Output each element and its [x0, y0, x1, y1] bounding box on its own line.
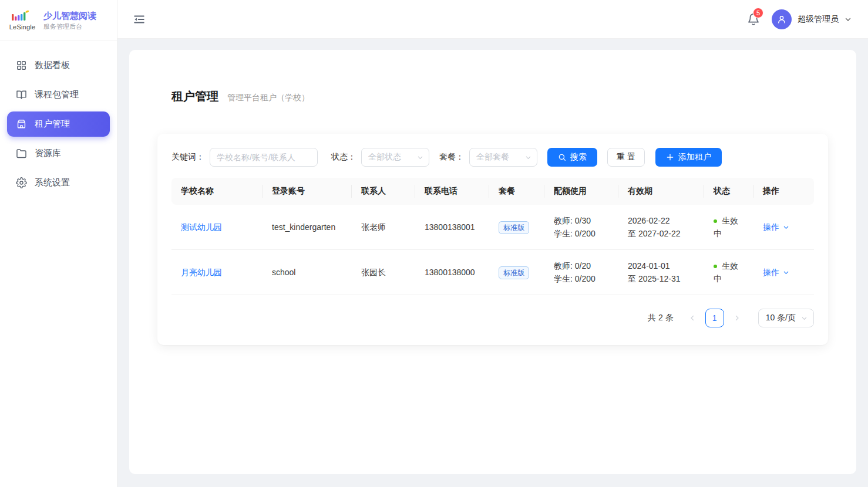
sidebar-item-label: 资源库 [35, 148, 61, 159]
status-cell: 生效中 [704, 250, 753, 295]
brand-area: LeSingle 少儿智慧阅读 服务管理后台 [0, 0, 117, 41]
quota-cell: 教师: 0/30 学生: 0/200 [544, 205, 618, 250]
row-actions-dropdown[interactable]: 操作 [763, 221, 789, 234]
status-cell: 生效中 [704, 205, 753, 250]
col-actions: 操作 [753, 178, 814, 205]
reset-button-label: 重 置 [617, 152, 635, 163]
chevron-right-icon [734, 314, 741, 322]
col-quota: 配额使用 [544, 178, 618, 205]
user-menu[interactable]: 超级管理员 [772, 9, 852, 29]
page-subtitle: 管理平台租户（学校） [227, 93, 309, 103]
contact-name: 张老师 [352, 205, 415, 250]
brand-title: 少儿智慧阅读 [43, 10, 96, 21]
keyword-label: 关键词： [171, 152, 204, 163]
topbar-right: 5 超级管理员 [747, 9, 852, 29]
plan-badge: 标准版 [499, 266, 529, 279]
page-size-value: 10 条/页 [766, 313, 796, 323]
sidebar-item-label: 系统设置 [35, 177, 70, 188]
login-account: test_kindergarten [263, 205, 352, 250]
sidebar-item-label: 课程包管理 [35, 89, 79, 100]
status-label: 状态： [331, 152, 356, 163]
chevron-down-icon [525, 154, 531, 161]
topbar: 5 超级管理员 [117, 0, 868, 39]
valid-from: 2024-01-01 [628, 259, 695, 272]
pagination-page-1[interactable]: 1 [705, 309, 724, 327]
dashboard-icon [16, 60, 27, 71]
chevron-left-icon [689, 314, 696, 322]
valid-to: 至 2025-12-31 [628, 272, 695, 285]
logo-wordmark: LeSingle [7, 23, 38, 31]
user-name: 超级管理员 [798, 14, 839, 25]
plus-icon [666, 153, 674, 161]
table-header-row: 学校名称 登录账号 联系人 联系电话 套餐 配额使用 有效期 状态 操作 [171, 178, 814, 205]
sidebar-item-dashboard[interactable]: 数据看板 [7, 53, 110, 78]
notifications-button[interactable]: 5 [747, 13, 760, 26]
sidebar-item-settings[interactable]: 系统设置 [7, 170, 110, 195]
chevron-down-icon [845, 16, 852, 23]
filter-bar: 关键词： 状态： 全部状态 套餐： 全部套餐 搜索 [171, 148, 814, 167]
col-plan: 套餐 [489, 178, 544, 205]
quota-cell: 教师: 0/20 学生: 0/200 [544, 250, 618, 295]
gear-icon [16, 177, 27, 188]
page-header: 租户管理 管理平台租户（学校） [129, 50, 856, 104]
status-select-value: 全部状态 [368, 152, 401, 163]
school-name-link[interactable]: 测试幼儿园 [181, 222, 222, 232]
pagination-prev-button[interactable] [684, 310, 701, 326]
plan-label: 套餐： [439, 152, 464, 163]
col-status: 状态 [704, 178, 753, 205]
lesingle-logo: LeSingle [7, 10, 38, 31]
validity-cell: 2024-01-01 至 2025-12-31 [618, 250, 704, 295]
validity-cell: 2026-02-22 至 2027-02-22 [618, 205, 704, 250]
page-size-select[interactable]: 10 条/页 [758, 309, 814, 327]
reset-button[interactable]: 重 置 [607, 148, 645, 167]
row-actions-dropdown[interactable]: 操作 [763, 266, 789, 279]
valid-to: 至 2027-02-22 [628, 227, 695, 240]
contact-phone: 13800138000 [415, 250, 489, 295]
pagination-total: 共 2 条 [648, 313, 674, 323]
plan-badge: 标准版 [499, 221, 529, 234]
page-title: 租户管理 [171, 89, 218, 104]
sidebar-item-course-packages[interactable]: 课程包管理 [7, 82, 110, 107]
row-actions-label: 操作 [763, 266, 779, 279]
sidebar-menu: 数据看板 课程包管理 租户管理 资源库 [0, 41, 117, 207]
search-button-label: 搜索 [570, 152, 587, 163]
quota-teacher: 教师: 0/20 [554, 259, 609, 272]
avatar [772, 9, 792, 29]
tenant-table: 学校名称 登录账号 联系人 联系电话 套餐 配额使用 有效期 状态 操作 测试幼… [171, 178, 814, 295]
row-actions-label: 操作 [763, 221, 779, 234]
col-login-account: 登录账号 [263, 178, 352, 205]
school-name-link[interactable]: 月亮幼儿园 [181, 268, 222, 277]
quota-teacher: 教师: 0/30 [554, 214, 609, 227]
logo-bars-icon [7, 10, 33, 23]
col-validity: 有效期 [618, 178, 704, 205]
contact-name: 张园长 [352, 250, 415, 295]
keyword-input[interactable] [210, 148, 318, 167]
notification-badge: 5 [753, 8, 763, 18]
chevron-down-icon [801, 315, 808, 322]
add-tenant-button[interactable]: 添加租户 [655, 148, 722, 167]
table-row: 月亮幼儿园 school 张园长 13800138000 标准版 教师: 0/2… [171, 250, 814, 295]
status-dot [714, 265, 717, 268]
col-contact: 联系人 [352, 178, 415, 205]
menu-fold-icon[interactable] [133, 13, 146, 26]
plan-select-value: 全部套餐 [476, 152, 509, 163]
main-content-card: 租户管理 管理平台租户（学校） 关键词： 状态： 全部状态 套餐： 全部套餐 [129, 50, 856, 474]
sidebar-item-label: 租户管理 [35, 119, 70, 130]
user-icon [776, 14, 787, 25]
col-school-name: 学校名称 [171, 178, 263, 205]
login-account: school [263, 250, 352, 295]
quota-student: 学生: 0/200 [554, 227, 609, 240]
search-button[interactable]: 搜索 [547, 148, 597, 167]
plan-select[interactable]: 全部套餐 [469, 148, 537, 167]
pagination-next-button[interactable] [729, 310, 745, 326]
sidebar: LeSingle 少儿智慧阅读 服务管理后台 数据看板 课程包管理 [0, 0, 117, 487]
status-badge: 生效中 [714, 216, 738, 238]
table-row: 测试幼儿园 test_kindergarten 张老师 13800138001 … [171, 205, 814, 250]
sidebar-item-resources[interactable]: 资源库 [7, 141, 110, 166]
sidebar-item-tenants[interactable]: 租户管理 [7, 111, 110, 137]
pagination: 共 2 条 1 10 条/页 [171, 309, 814, 327]
status-badge: 生效中 [714, 261, 738, 283]
chevron-down-icon [417, 154, 423, 161]
contact-phone: 13800138001 [415, 205, 489, 250]
status-select[interactable]: 全部状态 [361, 148, 429, 167]
